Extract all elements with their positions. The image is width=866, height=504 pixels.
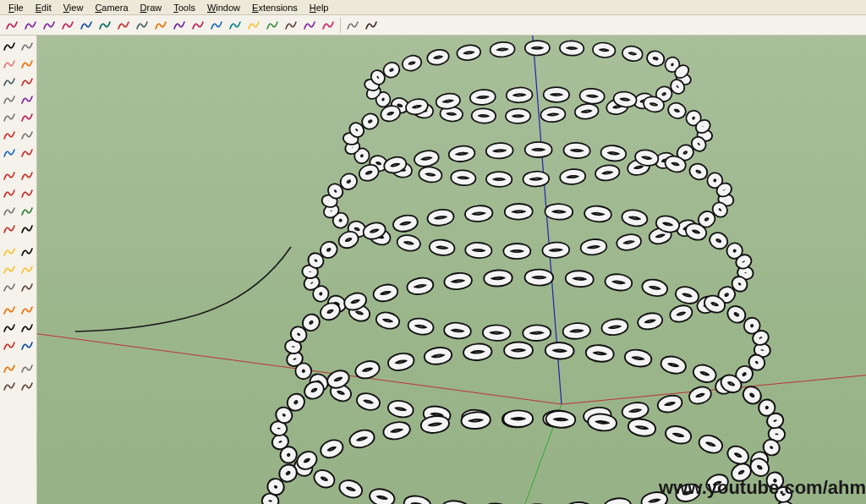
- arc-tool[interactable]: [59, 17, 76, 34]
- svg-point-55: [650, 53, 662, 64]
- prev-tool[interactable]: [0, 337, 19, 354]
- arc3-tool[interactable]: [0, 144, 19, 162]
- line-tool[interactable]: [134, 17, 151, 34]
- svg-point-265: [625, 405, 645, 417]
- svg-point-369: [306, 383, 321, 397]
- svg-point-225: [341, 233, 356, 247]
- menu-camera[interactable]: Camera: [90, 2, 133, 14]
- svg-point-171: [567, 145, 587, 155]
- offset-tool[interactable]: [0, 220, 19, 238]
- scale-tool[interactable]: [19, 202, 37, 220]
- pie-tool[interactable]: [0, 126, 19, 144]
- bolt-tool[interactable]: [245, 17, 262, 34]
- svg-point-201: [526, 328, 547, 337]
- svg-point-263: [660, 397, 680, 410]
- svg-point-65: [679, 146, 692, 158]
- bezier-tool[interactable]: [22, 17, 39, 34]
- select2-tool[interactable]: [19, 37, 37, 55]
- spur-tool[interactable]: [282, 17, 299, 34]
- next-tool[interactable]: [19, 337, 37, 354]
- tape-tool[interactable]: [0, 243, 19, 260]
- dim-tool[interactable]: [0, 260, 19, 278]
- svg-point-249: [728, 244, 740, 257]
- viewport-3d[interactable]: www.youtube.com/ahm: [37, 36, 866, 504]
- ant-tool[interactable]: [363, 17, 380, 34]
- menu-window[interactable]: Window: [202, 2, 245, 14]
- svg-point-313: [645, 282, 665, 293]
- poly-tool[interactable]: [0, 108, 19, 126]
- arc4-tool[interactable]: [19, 144, 37, 162]
- menu-extensions[interactable]: Extensions: [247, 2, 303, 14]
- svg-point-465: [668, 428, 688, 441]
- svg-point-175: [638, 152, 655, 163]
- sample-tool[interactable]: [19, 359, 37, 377]
- polyline-tool[interactable]: [152, 17, 169, 34]
- menu-view[interactable]: View: [58, 2, 89, 14]
- follow-tool[interactable]: [0, 202, 19, 220]
- bezier-n-tool[interactable]: [3, 17, 20, 34]
- svg-point-453: [424, 419, 446, 430]
- label-tool[interactable]: [19, 260, 37, 278]
- rect-tool[interactable]: [0, 90, 19, 108]
- protractor-tool[interactable]: [19, 220, 37, 238]
- svg-point-71: [598, 167, 617, 178]
- menu-tools[interactable]: Tools: [168, 2, 200, 14]
- select-tool[interactable]: [0, 37, 19, 55]
- circle-tool[interactable]: [301, 17, 318, 34]
- svg-point-75: [526, 174, 545, 184]
- orbit-tool[interactable]: [0, 301, 19, 319]
- cross-tool[interactable]: [19, 167, 37, 184]
- menu-file[interactable]: File: [3, 2, 29, 14]
- walk-tool[interactable]: [0, 377, 19, 395]
- section-tool[interactable]: [19, 278, 37, 296]
- svg-point-321: [746, 320, 759, 332]
- svg-point-395: [745, 388, 759, 403]
- svg-point-143: [400, 238, 418, 249]
- nurbs-tool[interactable]: [320, 17, 337, 34]
- arc-tool[interactable]: [19, 108, 37, 126]
- ribbon-tool[interactable]: [264, 17, 281, 34]
- svg-point-311: [608, 277, 629, 288]
- line-tool[interactable]: [0, 73, 19, 90]
- bezier-open-tool[interactable]: [41, 17, 58, 34]
- pan-tool[interactable]: [19, 301, 37, 319]
- zoom-tool[interactable]: [0, 319, 19, 337]
- fill-tool[interactable]: [19, 55, 37, 73]
- svg-point-205: [447, 326, 468, 336]
- svg-point-95: [364, 115, 376, 127]
- weld-tool[interactable]: [344, 17, 361, 34]
- arc2-tool[interactable]: [189, 17, 206, 34]
- pencil-tool[interactable]: [19, 73, 37, 90]
- pushpull-tool[interactable]: [0, 184, 19, 202]
- menu-help[interactable]: Help: [304, 2, 334, 14]
- arc3-tool[interactable]: [208, 17, 225, 34]
- helix-tool[interactable]: [115, 17, 132, 34]
- svg-point-139: [469, 245, 489, 255]
- axes-tool[interactable]: [0, 278, 19, 296]
- rotate-tool[interactable]: [19, 184, 37, 202]
- svg-point-101: [439, 96, 458, 107]
- svg-point-467: [701, 437, 720, 452]
- svg-point-179: [692, 166, 705, 178]
- svg-point-309: [569, 274, 590, 284]
- menu-draw[interactable]: Draw: [135, 2, 167, 14]
- zoomwin-tool[interactable]: [19, 319, 37, 337]
- svg-point-195: [640, 315, 660, 327]
- freehand-tool[interactable]: [78, 17, 95, 34]
- svg-point-141: [432, 243, 452, 253]
- menu-edit[interactable]: Edit: [30, 2, 57, 14]
- svg-point-79: [454, 173, 473, 183]
- wave-tool[interactable]: [227, 17, 244, 34]
- look-tool[interactable]: [19, 377, 37, 395]
- eraser-tool[interactable]: [0, 55, 19, 73]
- paint-tool[interactable]: [0, 359, 19, 377]
- circle-tool[interactable]: [19, 90, 37, 108]
- curve-tool[interactable]: [171, 17, 188, 34]
- spiral-tool[interactable]: [96, 17, 113, 34]
- svg-point-19: [509, 112, 528, 120]
- text-tool[interactable]: [19, 243, 37, 260]
- svg-point-159: [361, 167, 376, 179]
- measure-tool[interactable]: [19, 126, 37, 144]
- move-tool[interactable]: [0, 167, 19, 184]
- svg-point-51: [595, 46, 612, 55]
